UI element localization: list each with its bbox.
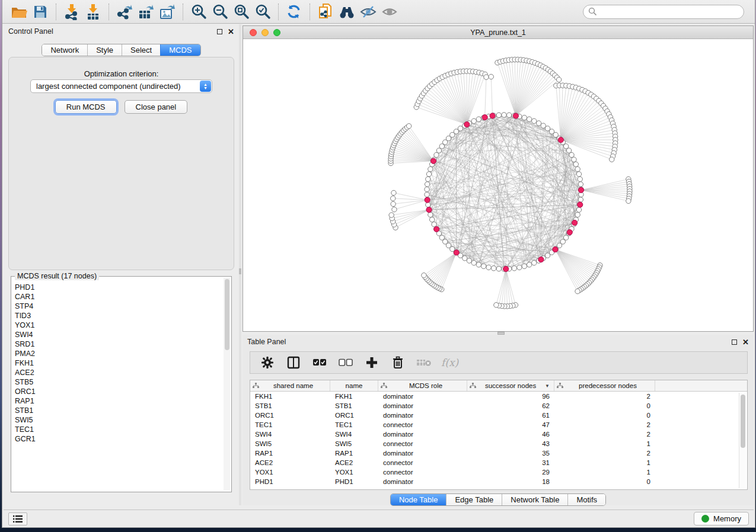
mcds-result-item[interactable]: YOX1 [15, 321, 223, 330]
select-all-columns-button[interactable] [310, 354, 330, 371]
mcds-result-item[interactable]: TID3 [15, 311, 223, 321]
network-canvas[interactable] [243, 39, 753, 331]
create-column-button[interactable] [362, 354, 382, 371]
mcds-result-item[interactable]: SWI5 [15, 415, 223, 425]
column-header-name[interactable]: name [330, 380, 378, 391]
table-row[interactable]: ORC1ORC1dominator610 [250, 411, 747, 420]
zoom-selected-icon [254, 4, 271, 20]
control-panel-tabbar: NetworkStyleSelectMCDS [4, 44, 239, 56]
mcds-result-item[interactable]: SRD1 [15, 339, 223, 349]
table-row[interactable]: SWI5SWI5connector431 [250, 439, 747, 448]
cell-name: ACE2 [330, 459, 378, 466]
mcds-result-list[interactable]: PHD1CAR1STP4TID3YOX1SWI4SRD1PMA2FKH1ACE2… [15, 283, 223, 491]
mcds-list-scrollbar[interactable] [224, 278, 230, 491]
close-panel-icon[interactable]: ✕ [228, 29, 234, 34]
run-mcds-button[interactable]: Run MCDS [55, 100, 117, 114]
open-session-button[interactable] [8, 2, 30, 21]
table-row[interactable]: SWI4SWI4dominator462 [250, 430, 747, 439]
zoom-selected-button[interactable] [252, 2, 273, 21]
tab-select[interactable]: Select [122, 44, 160, 56]
save-session-button[interactable] [30, 2, 51, 21]
mcds-result-item[interactable]: TEC1 [15, 425, 223, 434]
import-network-button[interactable] [61, 2, 82, 21]
dropdown-stepper-icon: ▲▼ [200, 81, 211, 92]
hide-selected-button[interactable] [358, 2, 379, 21]
cell-predecessor-nodes: 0 [554, 478, 655, 485]
export-image-button[interactable] [157, 2, 178, 21]
table-row[interactable]: TEC1TEC1connector472 [250, 420, 747, 430]
toolbar-separator [310, 4, 310, 20]
mcds-result-item[interactable]: PHD1 [15, 283, 223, 292]
mcds-result-item[interactable]: SWI4 [15, 330, 223, 339]
table-row[interactable]: RAP1RAP1dominator352 [250, 448, 747, 458]
mcds-result-item[interactable]: STB5 [15, 377, 223, 387]
column-header-successor-nodes[interactable]: successor nodes▼ [467, 380, 554, 391]
tab-network[interactable]: Network [42, 44, 87, 56]
first-neighbors-button[interactable] [336, 2, 358, 21]
export-network-button[interactable] [114, 2, 135, 21]
tab-node-table[interactable]: Node Table [391, 494, 446, 505]
plus-icon [366, 357, 378, 368]
float-panel-icon[interactable] [217, 29, 222, 34]
network-graph[interactable] [243, 39, 753, 331]
search-icon [588, 7, 597, 16]
tab-network-table[interactable]: Network Table [502, 494, 567, 505]
delete-column-button[interactable] [388, 354, 408, 371]
task-history-button[interactable] [8, 512, 27, 525]
mcds-result-item[interactable]: FKH1 [15, 358, 223, 368]
control-panel-header: Control Panel ✕ [4, 24, 239, 39]
table-settings-button[interactable] [257, 354, 277, 371]
zoom-fit-button[interactable] [231, 2, 252, 21]
cell-MCDS-role: connector [378, 459, 467, 466]
export-table-button[interactable] [135, 2, 157, 21]
zoom-out-button[interactable] [209, 2, 231, 21]
search-box[interactable] [583, 5, 744, 19]
mcds-result-item[interactable]: ORC1 [15, 387, 223, 396]
table-row[interactable]: YOX1YOX1connector291 [250, 467, 747, 477]
mcds-result-item[interactable]: PMA2 [15, 349, 223, 358]
mcds-result-item[interactable]: STB1 [15, 406, 223, 415]
columns-icon [287, 356, 300, 369]
apply-layout-button[interactable] [283, 2, 305, 21]
memory-button[interactable]: Memory [694, 512, 749, 525]
trash-icon [392, 356, 404, 369]
table-scrollbar[interactable] [739, 393, 746, 488]
tab-motifs[interactable]: Motifs [567, 494, 605, 505]
column-type-icon [253, 383, 259, 389]
column-header-MCDS-role[interactable]: MCDS role [378, 380, 467, 391]
table-row[interactable]: PHD1PHD1dominator180 [250, 477, 747, 486]
close-panel-button[interactable]: Close panel [125, 100, 188, 114]
cell-shared-name: TEC1 [250, 421, 330, 428]
table-row[interactable]: STB1STB1dominator620 [250, 401, 747, 411]
cell-name: RAP1 [330, 450, 378, 457]
cell-shared-name: SWI4 [250, 431, 330, 438]
duplicate-network-button[interactable] [315, 2, 336, 21]
table-row[interactable]: ACE2ACE2connector311 [250, 458, 747, 467]
column-header-shared-name[interactable]: shared name [250, 380, 330, 391]
show-all-button[interactable] [379, 2, 400, 21]
search-input[interactable] [597, 7, 739, 17]
mcds-result-item[interactable]: STP4 [15, 302, 223, 311]
mcds-result-item[interactable]: ACE2 [15, 368, 223, 377]
import-table-button[interactable] [82, 2, 104, 21]
close-panel-icon[interactable]: ✕ [742, 339, 749, 345]
deselect-all-columns-button[interactable] [336, 354, 356, 371]
mcds-result-item[interactable]: GCR1 [15, 434, 223, 444]
show-columns-button[interactable] [283, 354, 304, 371]
svg-text:f(x): f(x) [441, 357, 460, 368]
float-panel-icon[interactable] [732, 339, 737, 345]
cell-successor-nodes: 35 [467, 450, 554, 457]
zoom-out-icon [212, 4, 228, 20]
tab-edge-table[interactable]: Edge Table [446, 494, 502, 505]
mcds-result-item[interactable]: RAP1 [15, 396, 223, 406]
zoom-in-button[interactable] [188, 2, 209, 21]
table-row[interactable]: FKH1FKH1dominator962 [250, 392, 747, 401]
eye-slash-icon [359, 5, 377, 19]
tab-style[interactable]: Style [87, 44, 122, 56]
network-title: YPA_prune.txt_1 [243, 28, 753, 37]
tab-mcds[interactable]: MCDS [160, 44, 200, 56]
mcds-result-item[interactable]: CAR1 [15, 292, 223, 302]
table-toolbar: f(x) [250, 351, 748, 374]
criterion-dropdown[interactable]: largest connected component (undirected)… [30, 79, 212, 93]
column-header-predecessor-nodes[interactable]: predecessor nodes [554, 380, 655, 391]
